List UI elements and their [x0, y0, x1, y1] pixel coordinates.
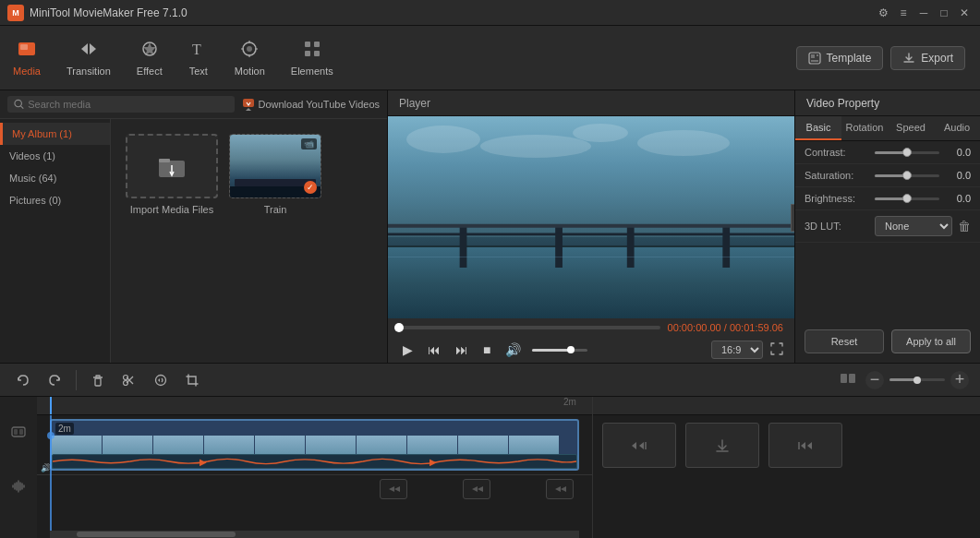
brightness-label: Brightness:: [805, 193, 869, 204]
tab-rotation[interactable]: Rotation: [841, 116, 888, 140]
cut-button[interactable]: [117, 370, 141, 390]
fullscreen-button[interactable]: [770, 342, 783, 358]
timeline: − + 2m: [0, 363, 980, 538]
download-youtube-btn[interactable]: Download YouTube Videos: [242, 98, 381, 111]
svg-rect-9: [314, 51, 320, 56]
template-button[interactable]: Template: [796, 46, 884, 70]
marker-arrow-1: ▶: [200, 457, 207, 467]
svg-text:T: T: [192, 42, 201, 57]
transition-slot-3[interactable]: [546, 479, 574, 499]
effect-icon: [139, 39, 160, 62]
toolbar-effect[interactable]: Effect: [124, 26, 175, 90]
video-track: 2m: [37, 415, 592, 475]
video-frame: [388, 116, 794, 318]
prev-frame-button[interactable]: ⏮: [424, 341, 444, 359]
album-item-videos[interactable]: Videos (1): [0, 145, 110, 167]
import-thumb: [126, 134, 218, 198]
transition-box-2[interactable]: [685, 423, 759, 468]
menu-btn[interactable]: ≡: [895, 5, 912, 21]
play-button[interactable]: ▶: [399, 341, 417, 359]
transition-slot-2[interactable]: [463, 479, 490, 499]
zoom-slider[interactable]: [889, 378, 945, 381]
timeline-tracks: 2m: [37, 415, 592, 531]
delete-icon: [91, 373, 105, 388]
toolbar-media[interactable]: Media: [0, 26, 54, 90]
tab-basic[interactable]: Basic: [795, 116, 841, 140]
toolbar-elements[interactable]: Elements: [278, 26, 346, 90]
aspect-ratio-select[interactable]: 16:9: [711, 341, 763, 359]
toolbar-motion[interactable]: Motion: [222, 26, 278, 90]
audio-track-icon: [11, 479, 26, 496]
brightness-slider[interactable]: [875, 197, 939, 200]
stop-button[interactable]: ■: [479, 341, 494, 359]
svg-rect-30: [849, 374, 855, 383]
lut-delete-btn[interactable]: 🗑: [958, 219, 971, 233]
brightness-value: 0.0: [945, 193, 971, 204]
album-item-my-album[interactable]: My Album (1): [0, 123, 110, 145]
train-thumb: 📹 ✓: [229, 134, 321, 198]
contrast-slider[interactable]: [875, 151, 939, 154]
close-btn[interactable]: ✕: [956, 5, 973, 21]
transition-slot-1[interactable]: [380, 479, 407, 499]
svg-rect-25: [95, 378, 101, 386]
empty-track: [37, 503, 592, 531]
audio-button[interactable]: [149, 370, 173, 390]
transition-arrow-1: [387, 484, 400, 494]
train-video-item[interactable]: 📹 ✓ Train: [229, 134, 321, 348]
export-button[interactable]: Export: [890, 46, 965, 70]
fullscreen-icon: [770, 342, 783, 355]
tab-speed[interactable]: Speed: [888, 116, 934, 140]
volume-slider[interactable]: [532, 349, 587, 352]
timeline-gutter: [0, 397, 37, 538]
toolbar-transition[interactable]: Transition: [54, 26, 124, 90]
zoom-out-button[interactable]: −: [865, 371, 884, 389]
apply-to-all-button[interactable]: Apply to all: [891, 329, 971, 353]
playhead[interactable]: [50, 397, 52, 414]
undo-button[interactable]: [11, 370, 35, 390]
toolbar-text[interactable]: T Text: [175, 26, 222, 90]
transition-box-1[interactable]: [602, 423, 676, 468]
video-property-title: Video Property: [795, 90, 980, 116]
player-video: ‹: [388, 116, 794, 318]
app-title: MiniTool MovieMaker Free 7.1.0: [30, 6, 875, 19]
minimize-btn[interactable]: ─: [915, 5, 932, 21]
album-item-pictures[interactable]: Pictures (0): [0, 189, 110, 211]
contrast-value: 0.0: [945, 147, 971, 158]
effect-label: Effect: [137, 66, 163, 77]
transition-boxes-row: [593, 415, 980, 475]
download-icon: [242, 98, 255, 111]
video-track-icon: [11, 424, 26, 442]
panel-collapse-arrow[interactable]: ‹: [791, 204, 794, 232]
timeline-scrollbar[interactable]: [50, 531, 579, 538]
delete-button[interactable]: [86, 370, 110, 390]
next-frame-button[interactable]: ⏭: [452, 341, 472, 359]
current-time: 00:00:00.00: [668, 322, 721, 333]
saturation-slider[interactable]: [875, 174, 939, 177]
transition-arrow-2: [470, 484, 483, 494]
bridge-svg: [388, 208, 794, 269]
reset-button[interactable]: Reset: [805, 329, 884, 353]
import-media-item[interactable]: Import Media Files: [126, 134, 218, 348]
timeline-content: 2m 2m: [0, 397, 980, 538]
scrollbar-thumb[interactable]: [77, 532, 236, 537]
settings-btn[interactable]: ⚙: [875, 5, 891, 21]
redo-button[interactable]: [42, 370, 67, 390]
clip-label: 2m: [55, 423, 74, 435]
svg-rect-29: [841, 374, 847, 383]
zoom-in-button[interactable]: +: [950, 371, 969, 389]
progress-bar[interactable]: [399, 326, 660, 329]
time-display: 00:00:00.00 / 00:01:59.06: [668, 322, 783, 333]
album-item-music[interactable]: Music (64): [0, 167, 110, 189]
transition-box-3[interactable]: [768, 423, 842, 468]
tab-audio[interactable]: Audio: [934, 116, 980, 140]
lut-label: 3D LUT:: [805, 221, 869, 232]
volume-button[interactable]: 🔊: [502, 341, 525, 359]
media-grid: Import Media Files 📹 ✓ Train: [111, 119, 336, 363]
search-box[interactable]: [7, 96, 235, 113]
transition-slot-left: [50, 479, 78, 499]
lut-select[interactable]: None: [875, 216, 952, 236]
search-input[interactable]: [28, 99, 227, 110]
crop-button[interactable]: [180, 370, 204, 390]
motion-label: Motion: [235, 66, 265, 77]
maximize-btn[interactable]: □: [936, 5, 952, 21]
